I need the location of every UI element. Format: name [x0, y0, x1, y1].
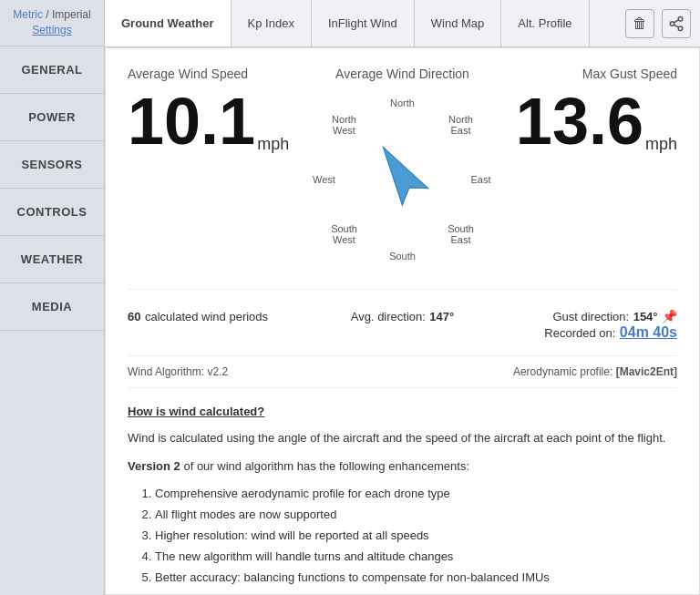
svg-line-3 [674, 25, 678, 27]
avg-wind-speed-value: 10.1 [128, 85, 255, 158]
list-item-2: All flight modes are now supported [155, 506, 677, 525]
sidebar-item-controls[interactable]: CONTROLS [0, 189, 104, 236]
sidebar-item-weather[interactable]: WEATHER [0, 236, 104, 283]
separator: / [46, 8, 48, 21]
avg-wind-direction-block: Average Wind Direction North NorthEast E… [311, 67, 494, 271]
gust-direction-icon[interactable]: 📌 [662, 309, 677, 323]
algo-label-value: Wind Algorithm: v2.2 [128, 365, 228, 378]
svg-line-4 [674, 19, 678, 22]
imperial-link[interactable]: Imperial [52, 8, 91, 21]
compass-south-east: SouthEast [448, 223, 474, 245]
settings-link[interactable]: Settings [32, 24, 71, 36]
sidebar-item-media[interactable]: MEDIA [0, 283, 104, 331]
compass: North NorthEast East SouthEast South Sou… [312, 88, 494, 271]
wind-periods-block: 60 calculated wind periods [128, 308, 311, 341]
avg-wind-speed-value-container: 10.1mph [128, 88, 289, 154]
info-title: How is wind calculated? [128, 403, 677, 422]
gust-direction-line: Gust direction: 154° 📌 [494, 308, 677, 324]
tab-wind-map[interactable]: Wind Map [415, 0, 502, 46]
sub-stats-row: 60 calculated wind periods Avg. directio… [128, 308, 677, 341]
sidebar-item-general[interactable]: GENERAL [0, 46, 104, 94]
info-list: Comprehensive aerodynamic profile for ea… [128, 485, 677, 587]
tab-inflight-wind[interactable]: InFlight Wind [312, 0, 415, 46]
tab-ground-weather[interactable]: Ground Weather [105, 0, 232, 46]
aero-profile-container: Aerodynamic profile: [Mavic2Ent] [513, 365, 677, 378]
aero-profile-value: [Mavic2Ent] [616, 365, 677, 378]
metric-link[interactable]: Metric [13, 8, 43, 21]
sidebar: Metric / Imperial Settings GENERAL POWER… [0, 0, 105, 595]
sidebar-item-power[interactable]: POWER [0, 94, 104, 141]
compass-north: North [390, 97, 415, 108]
algo-value: v2.2 [207, 365, 228, 378]
delete-button[interactable]: 🗑 [625, 9, 654, 38]
avg-direction-label: Avg. direction: [351, 310, 426, 323]
sidebar-item-sensors[interactable]: SENSORS [0, 141, 104, 189]
gust-direction-val: 154° [633, 310, 658, 323]
max-gust-speed-value: 13.6 [516, 85, 643, 158]
max-gust-speed-value-container: 13.6mph [516, 88, 677, 154]
svg-point-0 [678, 16, 683, 21]
list-item-5: Better accuracy: balancing functions to … [155, 569, 677, 588]
max-gust-speed-label: Max Gust Speed [582, 67, 677, 81]
algo-label: Wind Algorithm: [128, 365, 204, 378]
sidebar-top: Metric / Imperial Settings [0, 0, 104, 46]
main-area: Ground Weather Kp Index InFlight Wind Wi… [105, 0, 700, 595]
info-section: How is wind calculated? Wind is calculat… [128, 403, 677, 595]
gust-direction-label: Gust direction: [552, 310, 629, 323]
info-version-bold: Version 2 [128, 459, 180, 473]
aero-profile-label: Aerodynamic profile: [513, 365, 612, 378]
compass-east: East [470, 174, 490, 185]
avg-wind-speed-block: Average Wind Speed 10.1mph [128, 67, 311, 271]
tab-alt-profile[interactable]: Alt. Profile [501, 0, 589, 46]
avg-direction-block: Avg. direction: 147° [311, 308, 494, 341]
svg-point-1 [670, 21, 674, 26]
list-item-4: The new algorithm will handle turns and … [155, 548, 677, 567]
wind-periods-text: calculated wind periods [145, 310, 268, 323]
svg-point-2 [678, 26, 683, 31]
recorded-label: Recorded on: [544, 326, 615, 340]
max-gust-speed-block: Max Gust Speed 13.6mph [494, 67, 677, 271]
compass-north-east: NorthEast [448, 114, 473, 136]
info-version-rest: of our wind algorithm has the following … [180, 459, 469, 473]
info-version-p: Version 2 of our wind algorithm has the … [128, 457, 677, 477]
list-item-3: Higher resolution: wind will be reported… [155, 527, 677, 546]
compass-south-west: SouthWest [331, 223, 357, 245]
info-p1: Wind is calculated using the angle of th… [128, 429, 677, 448]
svg-marker-5 [369, 138, 427, 205]
avg-direction-val: 147° [429, 310, 454, 323]
compass-north-west: NorthWest [332, 114, 356, 136]
wind-direction-arrow [362, 137, 444, 222]
nav-actions: 🗑 [625, 9, 700, 38]
avg-wind-direction-label: Average Wind Direction [335, 67, 469, 81]
gust-direction-block: Gust direction: 154° 📌 Recorded on: 04m … [494, 308, 677, 341]
list-item-1: Comprehensive aerodynamic profile for ea… [155, 485, 677, 504]
recorded-line: Recorded on: 04m 40s [494, 324, 677, 341]
compass-south: South [389, 251, 416, 262]
algo-row: Wind Algorithm: v2.2 Aerodynamic profile… [128, 355, 677, 388]
avg-wind-speed-unit: mph [257, 135, 289, 153]
recorded-val[interactable]: 04m 40s [620, 324, 677, 340]
wind-periods-count: 60 [128, 310, 140, 323]
content-area: Average Wind Speed 10.1mph Average Wind … [105, 47, 700, 595]
share-button[interactable] [662, 9, 691, 38]
max-gust-speed-unit: mph [645, 135, 677, 153]
compass-west: West [313, 174, 335, 185]
stats-row: Average Wind Speed 10.1mph Average Wind … [128, 67, 677, 290]
tab-kp-index[interactable]: Kp Index [232, 0, 312, 46]
top-nav: Ground Weather Kp Index InFlight Wind Wi… [105, 0, 700, 47]
avg-wind-speed-label: Average Wind Speed [128, 67, 248, 81]
